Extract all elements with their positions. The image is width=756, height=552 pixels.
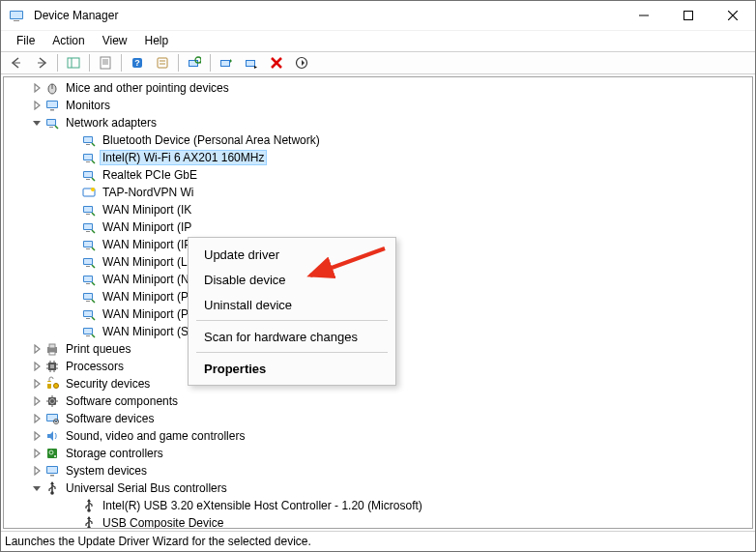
svg-rect-97 (47, 467, 57, 473)
help-button[interactable]: ? (126, 52, 149, 73)
context-menu-separator (196, 320, 388, 321)
add-legacy-hardware-button[interactable] (290, 52, 313, 73)
cpu-icon (44, 359, 60, 374)
tree-item[interactable]: Software devices (8, 410, 752, 427)
tree-item[interactable]: Storage controllers (8, 445, 752, 462)
tree-item[interactable]: Sound, video and game controllers (8, 427, 752, 445)
svg-point-99 (50, 491, 54, 495)
tree-item[interactable]: WAN Miniport (IP (8, 218, 752, 236)
maximize-button[interactable] (666, 1, 711, 30)
properties-button[interactable] (94, 52, 117, 73)
svg-rect-33 (84, 137, 92, 142)
svg-rect-59 (84, 294, 92, 299)
tree-item[interactable]: USB Composite Device (8, 514, 752, 528)
expander-icon[interactable] (29, 463, 44, 479)
network-icon (44, 115, 60, 131)
tree-item-label: Print queues (64, 342, 132, 356)
swcomp-icon (44, 393, 60, 409)
toolbar-separator (121, 54, 122, 72)
svg-rect-51 (86, 248, 90, 249)
svg-rect-54 (86, 266, 90, 267)
menu-file[interactable]: File (9, 33, 43, 48)
tree-item-label: TAP-NordVPN Wi (101, 186, 195, 199)
tree-item[interactable]: Bluetooth Device (Personal Area Network) (8, 131, 752, 149)
expander-icon[interactable] (29, 341, 44, 357)
tree-item[interactable]: System devices (8, 462, 752, 479)
tree-item[interactable]: Realtek PCIe GbE (8, 166, 752, 184)
tree-item-label: Processors (64, 360, 126, 373)
scan-hardware-button[interactable] (183, 52, 206, 73)
svg-rect-98 (50, 475, 54, 477)
svg-rect-31 (49, 127, 53, 128)
expander-placeholder (66, 254, 81, 270)
expander-icon[interactable] (29, 98, 44, 113)
tree-item[interactable]: Mice and other pointing devices (8, 79, 752, 97)
svg-point-94 (54, 455, 56, 457)
tree-item-label: WAN Miniport (N (101, 273, 191, 286)
nav-back-button[interactable] (5, 52, 28, 73)
context-menu-item[interactable]: Properties (190, 356, 393, 381)
expander-icon[interactable] (29, 359, 44, 374)
audio-icon (44, 428, 60, 444)
tree-item[interactable]: Monitors (8, 97, 752, 114)
close-button[interactable] (711, 1, 755, 30)
svg-point-100 (87, 508, 91, 512)
expander-placeholder (66, 202, 81, 218)
usb-icon (81, 498, 97, 513)
menu-help[interactable]: Help (137, 33, 177, 48)
tree-item[interactable]: Intel(R) USB 3.20 eXtensible Host Contro… (8, 497, 752, 514)
tree-item-label: WAN Miniport (IK (101, 203, 193, 217)
expander-placeholder (66, 324, 81, 339)
action2-button[interactable] (151, 52, 174, 73)
tree-item[interactable]: Software components (8, 392, 752, 410)
nav-forward-button[interactable] (30, 52, 53, 73)
tree-item[interactable]: Universal Serial Bus controllers (8, 479, 752, 497)
expander-icon[interactable] (29, 480, 44, 496)
context-menu-separator (196, 352, 388, 353)
expander-icon[interactable] (29, 393, 44, 409)
expander-icon[interactable] (29, 446, 44, 461)
expander-icon[interactable] (29, 411, 44, 426)
toolbar-separator (210, 54, 211, 72)
title-bar: Device Manager (1, 1, 755, 30)
context-menu-item[interactable]: Uninstall device (190, 292, 393, 317)
context-menu-item[interactable]: Scan for hardware changes (190, 324, 393, 349)
tree-item[interactable]: Network adapters (8, 114, 752, 131)
tree-item[interactable]: Intel(R) Wi-Fi 6 AX201 160MHz (8, 149, 752, 166)
expander-placeholder (66, 498, 81, 513)
expander-placeholder (66, 515, 81, 528)
tree-item-label: WAN Miniport (IP (101, 220, 193, 234)
tree-item-label: Realtek PCIe GbE (101, 168, 199, 182)
expander-icon[interactable] (29, 376, 44, 392)
tree-item[interactable]: TAP-NordVPN Wi (8, 184, 752, 201)
svg-rect-3 (684, 12, 693, 20)
svg-rect-2 (14, 20, 19, 21)
monitor-icon (44, 98, 60, 113)
context-menu-item[interactable]: Update driver (190, 242, 393, 267)
sysdev-icon (44, 463, 60, 479)
svg-rect-57 (86, 283, 90, 284)
minimize-button[interactable] (622, 1, 666, 30)
tree-item-label: Monitors (64, 99, 112, 112)
disable-device-button[interactable] (240, 52, 263, 73)
expander-icon[interactable] (29, 80, 44, 96)
svg-rect-39 (84, 172, 92, 177)
expander-icon[interactable] (29, 115, 44, 131)
tree-item-label: Mice and other pointing devices (64, 81, 231, 95)
context-menu: Update driverDisable deviceUninstall dev… (188, 237, 396, 386)
show-hide-tree-button[interactable] (62, 52, 85, 73)
menu-view[interactable]: View (95, 33, 135, 48)
network-icon (81, 324, 97, 339)
expander-placeholder (66, 306, 81, 322)
expander-placeholder (66, 132, 81, 148)
svg-point-92 (55, 421, 57, 422)
uninstall-device-button[interactable] (265, 52, 288, 73)
update-driver-button[interactable] (215, 52, 238, 73)
tree-item[interactable]: WAN Miniport (IK (8, 201, 752, 218)
network-icon (81, 306, 97, 322)
expander-icon[interactable] (29, 428, 44, 444)
svg-rect-45 (86, 214, 90, 215)
context-menu-item[interactable]: Disable device (190, 267, 393, 292)
menu-action[interactable]: Action (44, 33, 92, 48)
svg-point-42 (91, 188, 95, 191)
